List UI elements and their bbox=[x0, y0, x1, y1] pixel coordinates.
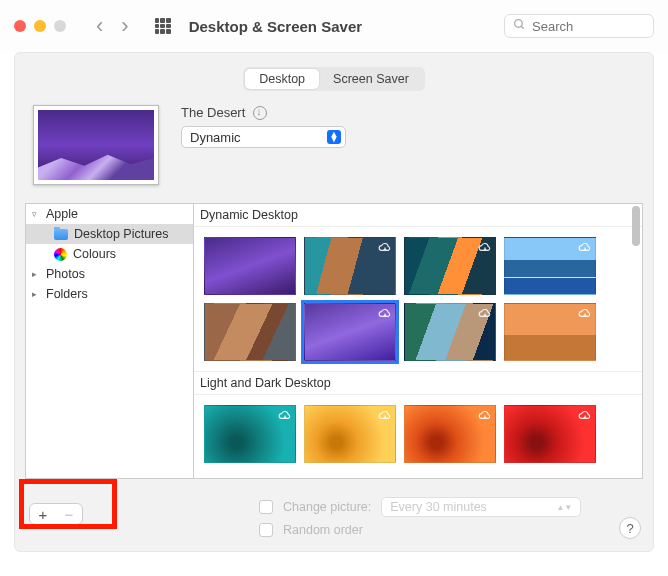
wallpaper-thumbnail[interactable] bbox=[304, 303, 396, 361]
help-button[interactable]: ? bbox=[619, 517, 641, 539]
back-button[interactable]: ‹ bbox=[96, 13, 103, 39]
tab-screensaver[interactable]: Screen Saver bbox=[319, 69, 423, 89]
wallpaper-thumbnail[interactable] bbox=[204, 237, 296, 295]
source-sidebar: ▿ Apple Desktop Pictures Colours ▸ Photo… bbox=[25, 203, 193, 479]
wallpaper-thumbnail[interactable] bbox=[504, 405, 596, 463]
traffic-lights bbox=[14, 20, 66, 32]
nav-buttons: ‹ › bbox=[96, 13, 129, 39]
wallpaper-gallery[interactable]: Dynamic DesktopLight and Dark Desktop bbox=[193, 203, 643, 479]
add-remove-control: + − bbox=[29, 503, 83, 525]
cloud-download-icon bbox=[378, 307, 392, 321]
window-toolbar: ‹ › Desktop & Screen Saver bbox=[0, 0, 668, 52]
scrollbar[interactable] bbox=[632, 206, 640, 246]
change-interval-dropdown: Every 30 minutes ▲▼ bbox=[381, 497, 581, 517]
cloud-download-icon bbox=[578, 409, 592, 423]
minimize-window-button[interactable] bbox=[34, 20, 46, 32]
svg-line-1 bbox=[521, 26, 524, 29]
change-picture-checkbox[interactable] bbox=[259, 500, 273, 514]
chevron-updown-icon: ▲▼ bbox=[556, 503, 572, 512]
cloud-download-icon bbox=[378, 241, 392, 255]
wallpaper-thumbnail[interactable] bbox=[304, 405, 396, 463]
search-input[interactable] bbox=[532, 19, 645, 34]
preference-pane: Desktop Screen Saver The Desert Dynamic … bbox=[14, 52, 654, 552]
wallpaper-mode-dropdown[interactable]: Dynamic ▲▼ bbox=[181, 126, 346, 148]
sidebar-group-photos[interactable]: ▸ Photos bbox=[26, 264, 193, 284]
wallpaper-thumbnail[interactable] bbox=[404, 405, 496, 463]
window-title: Desktop & Screen Saver bbox=[189, 18, 362, 35]
random-order-label: Random order bbox=[283, 523, 363, 537]
show-all-icon[interactable] bbox=[155, 18, 171, 34]
tab-desktop[interactable]: Desktop bbox=[245, 69, 319, 89]
search-icon bbox=[513, 18, 526, 34]
remove-folder-button[interactable]: − bbox=[56, 504, 82, 524]
wallpaper-thumbnail[interactable] bbox=[204, 405, 296, 463]
cloud-download-icon bbox=[478, 241, 492, 255]
tab-bar: Desktop Screen Saver bbox=[15, 53, 653, 91]
wallpaper-name-label: The Desert bbox=[181, 105, 245, 120]
cloud-download-icon bbox=[578, 307, 592, 321]
wallpaper-thumbnail[interactable] bbox=[504, 237, 596, 295]
wallpaper-thumbnail[interactable] bbox=[304, 237, 396, 295]
download-icon[interactable] bbox=[253, 106, 267, 120]
colorwheel-icon bbox=[54, 248, 67, 261]
sidebar-group-folders[interactable]: ▸ Folders bbox=[26, 284, 193, 304]
disclosure-triangle-icon: ▿ bbox=[32, 209, 42, 219]
sidebar-item-colours[interactable]: Colours bbox=[26, 244, 193, 264]
close-window-button[interactable] bbox=[14, 20, 26, 32]
cloud-download-icon bbox=[378, 409, 392, 423]
random-order-checkbox[interactable] bbox=[259, 523, 273, 537]
wallpaper-thumbnail[interactable] bbox=[404, 237, 496, 295]
gallery-section-label: Dynamic Desktop bbox=[194, 204, 642, 227]
wallpaper-thumbnail[interactable] bbox=[204, 303, 296, 361]
disclosure-triangle-icon: ▸ bbox=[32, 269, 42, 279]
search-field[interactable] bbox=[504, 14, 654, 38]
sidebar-item-desktop-pictures[interactable]: Desktop Pictures bbox=[26, 224, 193, 244]
wallpaper-mode-value: Dynamic bbox=[190, 130, 241, 145]
wallpaper-thumbnail[interactable] bbox=[504, 303, 596, 361]
svg-point-0 bbox=[515, 20, 523, 28]
cloud-download-icon bbox=[478, 409, 492, 423]
sidebar-group-apple[interactable]: ▿ Apple bbox=[26, 204, 193, 224]
forward-button[interactable]: › bbox=[121, 13, 128, 39]
change-picture-label: Change picture: bbox=[283, 500, 371, 514]
add-folder-button[interactable]: + bbox=[30, 504, 56, 524]
gallery-section-label: Light and Dark Desktop bbox=[194, 371, 642, 395]
wallpaper-thumbnail[interactable] bbox=[404, 303, 496, 361]
cloud-download-icon bbox=[478, 307, 492, 321]
cloud-download-icon bbox=[578, 241, 592, 255]
zoom-window-button bbox=[54, 20, 66, 32]
disclosure-triangle-icon: ▸ bbox=[32, 289, 42, 299]
folder-icon bbox=[54, 229, 68, 240]
cloud-download-icon bbox=[278, 409, 292, 423]
wallpaper-preview bbox=[33, 105, 159, 185]
chevron-updown-icon: ▲▼ bbox=[327, 130, 341, 144]
